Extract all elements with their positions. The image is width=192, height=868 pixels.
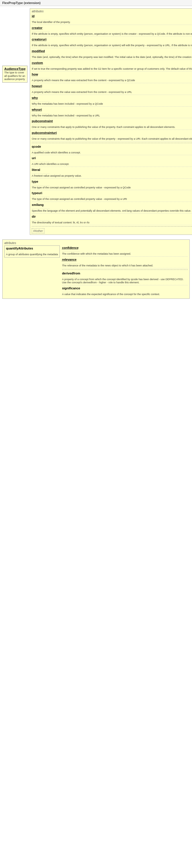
attributes-section-label: attributes: [32, 10, 192, 13]
field-modified-name: modified: [32, 49, 192, 53]
field-type-desc: The type of the concept assigned as cont…: [32, 186, 192, 190]
field-creator: creator .................. If the attrib…: [32, 26, 192, 37]
field-custom-desc: If set to true the corresponding propert…: [32, 67, 192, 71]
field-dir-desc: The directionality of textual content: l…: [32, 221, 192, 224]
field-confidence: confidence .................. The confid…: [62, 245, 188, 257]
field-relevance-desc: The relevance of the metadata to the new…: [62, 264, 188, 268]
field-literal-name: literal: [32, 168, 192, 172]
field-uri-name: uri: [32, 156, 192, 160]
field-why-name: why: [32, 96, 192, 99]
field-how-desc: A property which means the value was ext…: [32, 79, 192, 82]
field-whyuri-desc: Why the metadata has been included - exp…: [32, 114, 192, 118]
field-whyuri: whyuri .................. Why the metada…: [32, 107, 192, 118]
field-significance-name: significance: [62, 286, 188, 290]
field-literal-desc: A freetext value assigned as property va…: [32, 174, 192, 178]
field-creator-desc: If the attribute is empty, specifies whi…: [32, 32, 192, 36]
quantify-attr-group-name: quantifyAttributes: [6, 247, 58, 250]
field-qcode-desc: A qualified code which identifies a conc…: [32, 151, 192, 155]
field-type-name: type: [32, 180, 192, 183]
field-modified-desc: The date (and, optionally, the time) whe…: [32, 56, 192, 59]
field-modified: modified .................. The date (an…: [32, 49, 192, 60]
audience-type-title: AudienceType: [4, 67, 26, 70]
quantify-attr-group-desc: A group of attributes quantifying the me…: [6, 253, 58, 256]
field-dir-name: dir: [32, 215, 192, 218]
field-significance: significance .................. A value …: [62, 286, 188, 297]
quantify-section: attributes quantifyAttributes ..........…: [2, 240, 190, 299]
field-custom-name: custom: [32, 61, 192, 64]
field-how-name: how: [32, 72, 192, 76]
audience-type-desc: The type to cover all qualifiers for an …: [4, 71, 26, 81]
field-typeuri-name: typeuri: [32, 191, 192, 195]
field-creatoruri-desc: If the attribute is empty, specifies whi…: [32, 44, 192, 47]
field-literal: literal .................. A freetext va…: [32, 167, 192, 179]
field-uri-desc: A URI which identifies a concept.: [32, 163, 192, 166]
field-pubconstrainturi: pubconstrainturi .................. One …: [32, 130, 192, 142]
field-why-desc: Why the metadata has been included - exp…: [32, 102, 192, 106]
field-how: how .................. A property which …: [32, 72, 192, 83]
field-creatoruri-name: creatoruri: [32, 37, 192, 41]
field-derivedfrom-name: derivedfrom: [62, 272, 188, 275]
field-typeuri: typeuri .................. The type of t…: [32, 191, 192, 202]
field-id-desc: The local identifier of the property.: [32, 21, 192, 24]
field-typeuri-desc: The type of the concept assigned as cont…: [32, 197, 192, 201]
field-type: type .................. The type of the …: [32, 179, 192, 190]
field-relevance: relevance .................. The relevan…: [62, 257, 188, 269]
field-derivedfrom-desc: A property of a concept from which the c…: [62, 278, 188, 284]
field-howuri: howuri .................. A property whi…: [32, 84, 192, 95]
field-pubconstraint-name: pubconstraint: [32, 119, 192, 123]
field-howuri-name: howuri: [32, 84, 192, 88]
field-qcode: qcode .................. A qualified cod…: [32, 144, 192, 155]
flexprop-container: AudienceType The type to cover all quali…: [2, 8, 190, 235]
field-pubconstraint: pubconstraint .................. One or …: [32, 119, 192, 130]
field-whyuri-name: whyuri: [32, 108, 192, 111]
quantify-fields: confidence .................. The confid…: [62, 245, 188, 297]
field-howuri-desc: A property which means the value was ext…: [32, 91, 192, 94]
field-pubconstrainturi-name: pubconstrainturi: [32, 131, 192, 134]
field-xmllang-name: xmllang: [32, 203, 192, 207]
flexprop-main-box: attributes id .................. The loc…: [30, 8, 192, 235]
field-xmllang-desc: Specifies the language of the element an…: [32, 209, 192, 213]
other-label-box: ##other: [32, 228, 44, 234]
field-relevance-name: relevance: [62, 258, 188, 261]
field-creator-name: creator: [32, 26, 192, 30]
field-pubconstraint-desc: One or many constraints that apply to pu…: [32, 126, 192, 129]
field-dir: dir .................. The directionalit…: [32, 214, 192, 225]
field-pubconstrainturi-desc: One or many constraints that apply to pu…: [32, 137, 192, 141]
quantify-attributes-label: attributes: [4, 242, 188, 245]
quantify-attr-group: quantifyAttributes .................. A …: [4, 245, 60, 257]
field-creatoruri: creatoruri .................. If the att…: [32, 37, 192, 48]
field-derivedfrom: derivedfrom .................. A propert…: [62, 271, 188, 285]
field-confidence-name: confidence: [62, 246, 188, 249]
field-id-name: id: [32, 14, 192, 18]
field-significance-desc: A value that indicates the expected sign…: [62, 293, 188, 296]
field-id: id .................. The local identifi…: [32, 14, 192, 25]
page-container: FlexPropType (extension) AudienceType Th…: [0, 0, 192, 301]
field-list: id .................. The local identifi…: [32, 14, 192, 234]
field-uri: uri .................. A URI which ident…: [32, 156, 192, 167]
other-label-text: ##other: [33, 229, 43, 232]
page-title: FlexPropType (extension): [2, 1, 41, 5]
audience-type-box: AudienceType The type to cover all quali…: [2, 66, 28, 83]
field-why: why .................. Why the metadata …: [32, 95, 192, 107]
field-qcode-name: qcode: [32, 145, 192, 148]
field-confidence-desc: The confidence with which the metadata h…: [62, 252, 188, 256]
field-custom: custom .................. If set to true…: [32, 61, 192, 72]
field-xmllang: xmllang .................. Specifies the…: [32, 203, 192, 214]
